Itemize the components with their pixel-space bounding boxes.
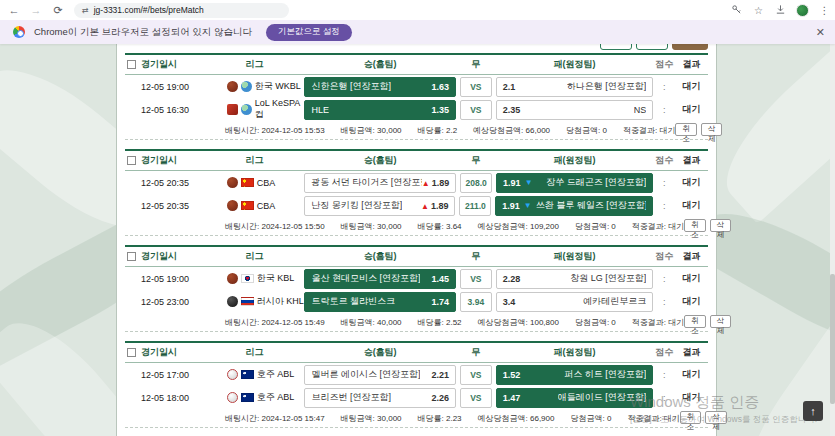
away-odds-box[interactable]: 3.4예카테린부르크 xyxy=(496,292,653,312)
away-odds-box[interactable]: 1.52퍼스 히트 [연장포함] xyxy=(496,365,653,385)
home-odds-box[interactable]: HLE1.35 xyxy=(304,100,455,120)
bet-slip-footer: 배팅시간: 2024-12-05 15:50배팅금액: 30,000배당률: 3… xyxy=(125,217,708,235)
draw-box[interactable]: VS xyxy=(460,269,492,289)
password-key-icon[interactable] xyxy=(730,4,743,17)
home-odds-box[interactable]: 멜버른 에이시스 [연장포함]2.21 xyxy=(304,365,455,385)
home-team-name: 브리즈번 [연장포함] xyxy=(311,391,391,404)
download-icon[interactable] xyxy=(774,4,787,17)
draw-box[interactable]: VS xyxy=(460,388,492,408)
away-odds-box[interactable]: 2.1하나은행 [연장포함] xyxy=(496,77,653,97)
draw-box[interactable]: VS xyxy=(460,77,492,97)
set-default-button[interactable]: 기본값으로 설정 xyxy=(266,24,352,41)
select-all-checkbox[interactable] xyxy=(127,60,136,69)
bet-slip-actions: 취소삭제 xyxy=(675,123,722,136)
forward-icon[interactable]: → xyxy=(28,2,44,18)
trend-up-icon: ▲ xyxy=(422,179,430,188)
header-draw-label: 무 xyxy=(460,58,492,71)
delete-button[interactable]: 삭제 xyxy=(705,411,727,424)
bet-slip-info: 배팅시간: 2024-12-05 15:49배팅금액: 40,000배당률: 2… xyxy=(225,317,684,328)
bet-slip-footer: 배팅시간: 2024-12-05 15:49배팅금액: 40,000배당률: 2… xyxy=(125,313,708,331)
draw-box[interactable]: 3.94 xyxy=(460,292,492,312)
banner-close-icon[interactable]: ✕ xyxy=(816,26,825,39)
menu-kebab-icon[interactable]: ⋮ xyxy=(818,5,831,16)
away-odds-box[interactable]: 1.91▼쓰촨 블루 웨일즈 [연장포함] xyxy=(495,196,653,216)
home-odds-box[interactable]: 트락토르 첼랴빈스크1.74 xyxy=(304,292,455,312)
bet-card: 경기일시리그승(홈팀)무패(원정팀)점수결과12-05 19:00한국 WKBL… xyxy=(125,53,708,140)
home-odds-box[interactable]: 난징 몽키킹 [연장포함]▲1.89 xyxy=(304,196,455,216)
trend-up-icon: ▲ xyxy=(421,202,429,211)
bet-time: 배팅시간: 2024-12-05 15:53 xyxy=(225,125,325,136)
basketball-icon xyxy=(227,177,238,188)
match-score: : xyxy=(653,105,675,115)
home-cell: 난징 몽키킹 [연장포함]▲1.89 xyxy=(304,196,455,216)
draw-box[interactable]: 211.0 xyxy=(459,196,491,216)
away-cell: 1.91▼쓰촨 블루 웨일즈 [연장포함] xyxy=(495,196,653,216)
toolbar-button-clipped[interactable] xyxy=(636,44,668,50)
toolbar-button-clipped[interactable] xyxy=(600,44,632,50)
china-flag-icon xyxy=(241,178,254,187)
bet-cards: 경기일시리그승(홈팀)무패(원정팀)점수결과12-05 19:00한국 WKBL… xyxy=(125,53,708,428)
match-date: 12-05 17:00 xyxy=(125,370,205,380)
league-name: CBA xyxy=(257,201,276,211)
match-row: 12-05 23:00러시아 KHL트락토르 첼랴빈스크1.743.943.4예… xyxy=(125,290,708,313)
header-date-cell: 경기일시 xyxy=(125,250,205,263)
select-all-checkbox[interactable] xyxy=(127,156,136,165)
bookmark-star-icon[interactable]: ☆ xyxy=(752,5,765,16)
match-league: 한국 WKBL xyxy=(205,80,305,93)
match-date: 12-05 23:00 xyxy=(125,297,205,307)
draw-cell: VS xyxy=(460,77,492,97)
away-team-name: 장쑤 드래곤즈 [연장포함] xyxy=(546,176,646,189)
home-odds-box[interactable]: 광동 서던 타이거즈 [연장포함]▲1.89 xyxy=(304,173,456,193)
bet-amount: 배팅금액: 30,000 xyxy=(341,221,402,232)
away-odds: 1.52 xyxy=(503,370,521,380)
away-cell: 3.4예카테린부르크 xyxy=(496,292,653,312)
away-cell: 2.35NS xyxy=(496,100,653,120)
match-row: 12-05 18:00호주 ABL브리즈번 [연장포함]2.26VS1.47애들… xyxy=(125,386,708,409)
scroll-to-top-button[interactable]: ↑ xyxy=(803,401,823,421)
away-odds-box[interactable]: 2.35NS xyxy=(496,100,653,120)
cancel-button[interactable]: 취소 xyxy=(675,123,697,136)
header-home-label: 승(홈팀) xyxy=(304,250,455,263)
total-odds: 배당률: 2.2 xyxy=(418,125,458,136)
basketball-icon xyxy=(227,273,238,284)
china-flag-icon xyxy=(241,201,254,210)
scrollbar-thumb[interactable] xyxy=(830,274,835,404)
delete-button[interactable]: 삭제 xyxy=(701,123,723,136)
back-icon[interactable]: ← xyxy=(6,2,22,18)
match-date: 12-05 19:00 xyxy=(125,274,205,284)
reload-icon[interactable]: ⟳ xyxy=(50,2,66,18)
toolbar-button-clipped-brown[interactable] xyxy=(672,44,708,50)
draw-cell: VS xyxy=(460,388,492,408)
away-odds-box[interactable]: 1.91▼장쑤 드래곤즈 [연장포함] xyxy=(496,173,653,193)
delete-button[interactable]: 삭제 xyxy=(710,219,732,232)
hit-result: 적중결과: 대기 xyxy=(632,221,684,232)
tab-switch-icon[interactable]: ⇄ xyxy=(82,6,89,15)
draw-box[interactable]: 208.0 xyxy=(460,173,492,193)
home-team-name: 멜버른 에이시스 [연장포함] xyxy=(311,368,420,381)
select-all-checkbox[interactable] xyxy=(127,252,136,261)
match-row: 12-05 20:35CBA난징 몽키킹 [연장포함]▲1.89211.01.9… xyxy=(125,194,708,217)
draw-box[interactable]: VS xyxy=(460,100,492,120)
cancel-button[interactable]: 취소 xyxy=(684,315,706,328)
home-team-name: 난징 몽키킹 [연장포함] xyxy=(311,199,402,212)
home-odds-box[interactable]: 신한은행 [연장포함]1.63 xyxy=(304,77,455,97)
home-odds-box[interactable]: 브리즈번 [연장포함]2.26 xyxy=(304,388,455,408)
delete-button[interactable]: 삭제 xyxy=(710,315,732,328)
select-all-checkbox[interactable] xyxy=(127,348,136,357)
cancel-button[interactable]: 취소 xyxy=(680,411,702,424)
draw-box[interactable]: VS xyxy=(460,365,492,385)
away-odds-box[interactable]: 1.47애들레이드 [연장포함] xyxy=(496,388,653,408)
hit-result: 적중결과: 대기 xyxy=(623,125,675,136)
cancel-button[interactable]: 취소 xyxy=(684,219,706,232)
address-bar[interactable]: ⇄ jg-3331.com/#/bets/preMatch xyxy=(74,3,289,18)
scrollbar-track xyxy=(830,44,835,436)
profile-avatar[interactable] xyxy=(796,4,809,17)
league-name: 호주 ABL xyxy=(257,368,295,381)
australia-flag-icon xyxy=(241,370,254,379)
home-odds-box[interactable]: 울산 현대모비스 [연장포함]1.45 xyxy=(304,269,455,289)
table-header-row: 경기일시리그승(홈팀)무패(원정팀)점수결과 xyxy=(125,247,708,267)
bet-amount: 배팅금액: 30,000 xyxy=(341,413,402,424)
away-team-name: 쓰촨 블루 웨일즈 [연장포함] xyxy=(536,199,647,212)
away-odds-box[interactable]: 2.28창원 LG [연장포함] xyxy=(496,269,653,289)
match-league: 한국 KBL xyxy=(205,272,305,285)
